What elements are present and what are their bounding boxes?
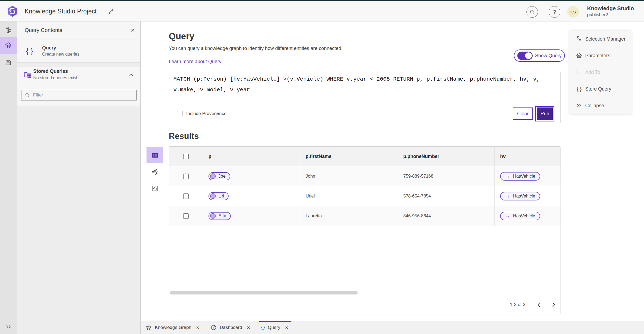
run-button[interactable]: Run: [535, 106, 554, 121]
query-view: Query You can query a knowledge graph to…: [141, 21, 644, 321]
search-icon: [530, 9, 535, 15]
learn-more-link[interactable]: Learn more about Query: [169, 59, 221, 64]
column-header-firstname[interactable]: p.firstName: [306, 154, 331, 159]
results-view-switcher: [147, 147, 163, 197]
show-query-toggle[interactable]: Show Query: [514, 49, 565, 62]
stored-queries-subtitle: No stored queries exist: [33, 76, 77, 80]
include-provenance-checkbox[interactable]: [177, 111, 182, 116]
row-checkbox[interactable]: [183, 213, 189, 219]
clear-button[interactable]: Clear: [513, 107, 533, 120]
user-info: Knowledge Studio publisher2: [587, 5, 634, 17]
relationship-label: HasVehicle: [513, 193, 535, 199]
close-tab-button[interactable]: ×: [247, 325, 250, 331]
relationship-pill[interactable]: → HasVehicle: [500, 172, 540, 181]
cell-first-name: John: [306, 174, 315, 179]
column-header-phone[interactable]: p.phoneNumber: [403, 154, 439, 159]
link-chart-icon: [152, 168, 158, 175]
entity-pill[interactable]: Joe: [208, 172, 230, 180]
menu-item-add-to: Add To: [569, 64, 632, 81]
question-icon: ?: [553, 9, 556, 15]
tab-knowledge-graph[interactable]: Knowledge Graph ×: [142, 321, 206, 334]
gear-icon: [576, 52, 582, 59]
map-view-button[interactable]: [147, 180, 163, 197]
bottom-tab-bar: Knowledge Graph × Dashboard × { } Query …: [141, 321, 644, 334]
help-button[interactable]: ?: [549, 6, 560, 18]
sidebar-query-subtitle: Create new queries: [42, 52, 79, 57]
knowledge-graph-icon: [146, 325, 152, 331]
double-chevron-right-icon: [6, 324, 11, 329]
table-icon: [152, 152, 158, 159]
column-header-hv[interactable]: hv: [500, 154, 506, 159]
collapse-section-button[interactable]: [126, 70, 136, 80]
sidebar-item-contents[interactable]: [0, 37, 17, 54]
braces-icon: { }: [261, 325, 265, 330]
layers-icon: [5, 42, 12, 49]
row-checkbox[interactable]: [183, 193, 189, 199]
close-tab-button[interactable]: ×: [285, 325, 288, 331]
column-header-p[interactable]: p: [208, 154, 211, 159]
show-query-label: Show Query: [535, 53, 562, 59]
entity-pill[interactable]: Etta: [208, 212, 231, 220]
horizontal-scrollbar[interactable]: [170, 291, 358, 295]
relationship-label: HasVehicle: [513, 213, 535, 218]
chevron-left-icon: [537, 302, 540, 307]
data-model-icon: [5, 27, 12, 33]
relationship-pill[interactable]: → HasVehicle: [500, 192, 540, 200]
expand-rail-button[interactable]: [0, 321, 17, 332]
filter-input[interactable]: Filter: [21, 90, 137, 100]
menu-item-collapse[interactable]: Collapse: [569, 97, 632, 114]
row-checkbox[interactable]: [183, 174, 189, 179]
query-contents-panel: Query Contents × { } Query Create new qu…: [17, 21, 141, 334]
stored-queries-title: Stored Queries: [33, 69, 68, 74]
include-provenance-label: Include Provenance: [186, 111, 226, 116]
menu-item-store-query[interactable]: { } Store Query: [569, 81, 632, 97]
entity-label: Joe: [218, 174, 226, 179]
close-tab-button[interactable]: ×: [196, 325, 199, 331]
tab-query[interactable]: { } Query ×: [259, 321, 291, 334]
panel-close-button[interactable]: ×: [127, 25, 138, 36]
results-table: p p.firstName p.phoneNumber hv Joe: [169, 146, 561, 314]
edit-title-button[interactable]: [107, 8, 115, 15]
entity-label: Uri: [218, 193, 224, 199]
entity-icon: [210, 193, 216, 199]
main-area: Query You can query a knowledge graph to…: [141, 21, 644, 334]
query-textarea[interactable]: MATCH (p:Person)-[hv:HasVehicle]->(v:Veh…: [169, 72, 561, 104]
results-title: Results: [169, 131, 199, 141]
menu-item-parameters[interactable]: Parameters: [569, 47, 632, 64]
resize-handle-icon[interactable]: [556, 100, 560, 103]
sidebar-query-item[interactable]: { } Query Create new queries: [17, 39, 140, 63]
table-row: Joe John 759-889-57168 → HasVehicle: [169, 166, 561, 186]
sidebar-item-save[interactable]: [0, 54, 17, 71]
chevron-up-icon: [129, 74, 133, 76]
avatar[interactable]: KS: [567, 6, 579, 18]
user-name: publisher2: [587, 12, 634, 17]
tab-dashboard[interactable]: Dashboard ×: [206, 321, 259, 334]
panel-header: Query Contents ×: [17, 21, 140, 39]
toggle-switch[interactable]: [517, 52, 533, 60]
entity-icon: [210, 173, 216, 179]
pencil-icon: [108, 8, 114, 15]
header-divider: [540, 1, 540, 21]
project-title: Knowledge Studio Project: [25, 1, 97, 21]
table-view-button[interactable]: [147, 147, 163, 163]
pagination-range: 1-3 of 3: [510, 302, 525, 307]
menu-item-label: Store Query: [585, 86, 611, 92]
query-editor-footer: Include Provenance Clear Run: [169, 104, 561, 123]
app-header: Knowledge Studio Project ? KS Knowledge …: [0, 1, 644, 21]
global-search-button[interactable]: [526, 6, 538, 18]
panel-title: Query Contents: [25, 27, 127, 33]
stored-queries-header[interactable]: Stored Queries No stored queries exist: [17, 67, 140, 84]
next-page-button[interactable]: [550, 301, 557, 308]
menu-item-label: Selection Manager: [585, 36, 625, 42]
menu-item-selection-manager[interactable]: Selection Manager: [569, 31, 632, 47]
page-description: You can query a knowledge graph to ident…: [169, 46, 342, 51]
entity-label: Etta: [218, 213, 226, 218]
menu-item-label: Parameters: [585, 53, 610, 59]
entity-pill[interactable]: Uri: [208, 192, 229, 200]
relationship-pill[interactable]: → HasVehicle: [500, 212, 540, 220]
double-chevron-right-icon: [577, 103, 581, 108]
sidebar-item-data-model[interactable]: [0, 21, 17, 38]
previous-page-button[interactable]: [535, 301, 542, 308]
select-all-checkbox[interactable]: [183, 154, 189, 159]
link-chart-view-button[interactable]: [147, 163, 163, 180]
